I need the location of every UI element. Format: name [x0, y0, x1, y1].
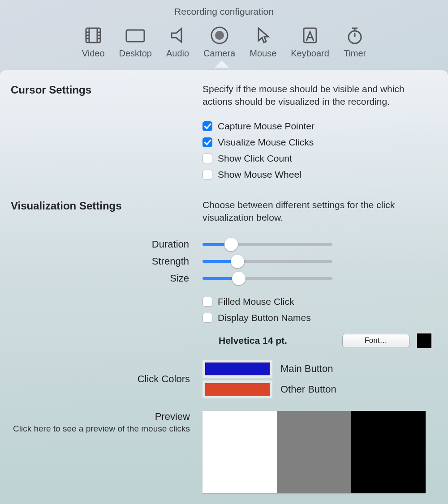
color-swatch-other-button[interactable] [202, 380, 272, 398]
tab-timer[interactable]: Timer [344, 24, 366, 59]
checkbox-visualize-mouse-clicks[interactable] [202, 137, 212, 147]
tab-label-desktop: Desktop [119, 48, 152, 59]
font-display-label: Helvetica 14 pt. [219, 335, 287, 346]
settings-panel: Cursor Settings Specify if the mouse sho… [0, 70, 448, 504]
preview-label: Preview [11, 411, 190, 423]
tab-audio[interactable]: Audio [166, 24, 189, 59]
tab-desktop[interactable]: Desktop [119, 24, 152, 59]
color-swatch-main-button[interactable] [202, 360, 272, 378]
preview-area[interactable] [202, 411, 426, 493]
label-show-click-count: Show Click Count [218, 153, 292, 164]
tab-label-timer: Timer [344, 48, 366, 59]
label-capture-mouse-pointer: Capture Mouse Pointer [218, 121, 314, 132]
keyboard-icon [299, 24, 321, 47]
visualization-settings-heading: Visualization Settings [11, 199, 190, 234]
cursor-settings-description: Specify if the mouse should be visible a… [202, 83, 433, 108]
checkbox-show-mouse-wheel[interactable] [202, 170, 212, 179]
slider-duration[interactable] [202, 238, 332, 251]
preview-subtext: Click here to see a preview of the mouse… [11, 423, 190, 435]
selected-tab-pointer [0, 60, 448, 70]
cursor-settings-heading: Cursor Settings [11, 83, 190, 183]
timer-icon [344, 24, 366, 47]
slider-label-duration: Duration [11, 239, 190, 250]
checkbox-filled-mouse-click[interactable] [202, 297, 212, 307]
video-icon [82, 24, 104, 47]
window-title: Recording configuration [0, 0, 448, 21]
preview-pane-white[interactable] [202, 411, 277, 493]
tab-label-mouse: Mouse [250, 48, 276, 59]
audio-icon [167, 24, 189, 47]
label-display-button-names: Display Button Names [218, 312, 311, 323]
mouse-icon [252, 24, 274, 47]
tab-label-keyboard: Keyboard [291, 48, 329, 59]
font-color-swatch[interactable] [416, 332, 433, 349]
tab-camera[interactable]: Camera [203, 24, 235, 59]
visualization-settings-description: Choose between different settings for th… [202, 199, 433, 224]
slider-size[interactable] [202, 272, 332, 285]
slider-label-size: Size [11, 273, 190, 284]
toolbar: Video Desktop Audio Camera Mouse Keyboar… [0, 21, 448, 60]
cursor-settings-section: Cursor Settings Specify if the mouse sho… [11, 83, 433, 183]
click-colors-label: Click Colors [11, 373, 190, 385]
slider-label-strength: Strength [11, 256, 190, 267]
checkbox-display-button-names[interactable] [202, 313, 212, 323]
slider-strength[interactable] [202, 255, 332, 268]
label-show-mouse-wheel: Show Mouse Wheel [218, 169, 302, 180]
preview-pane-gray[interactable] [277, 411, 351, 493]
checkbox-capture-mouse-pointer[interactable] [202, 121, 212, 131]
preview-pane-black[interactable] [351, 411, 426, 493]
visualization-settings-section: Visualization Settings Choose between di… [11, 199, 433, 234]
camera-icon [208, 24, 231, 47]
label-visualize-mouse-clicks: Visualize Mouse Clicks [218, 137, 314, 148]
tab-label-camera: Camera [203, 48, 235, 59]
label-main-button: Main Button [280, 363, 333, 375]
tab-mouse[interactable]: Mouse [250, 24, 276, 59]
tab-video[interactable]: Video [82, 24, 105, 59]
tab-label-audio: Audio [166, 48, 189, 59]
font-button[interactable]: Font… [342, 334, 409, 347]
desktop-icon [124, 24, 146, 47]
label-filled-mouse-click: Filled Mouse Click [218, 296, 294, 307]
svg-rect-9 [126, 30, 144, 42]
svg-point-11 [215, 31, 224, 40]
tab-label-video: Video [82, 48, 105, 59]
tab-keyboard[interactable]: Keyboard [291, 24, 329, 59]
label-other-button: Other Button [280, 384, 336, 395]
checkbox-show-click-count[interactable] [202, 154, 212, 163]
